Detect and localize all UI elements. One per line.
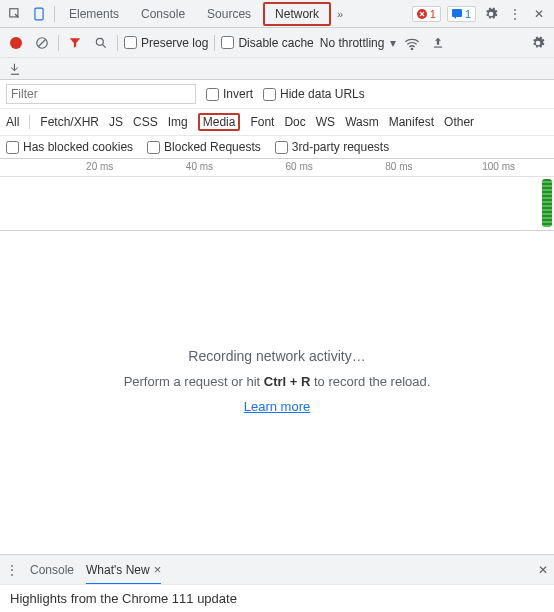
svg-line-8 xyxy=(103,44,106,47)
network-toolbar: Preserve log Disable cache No throttling… xyxy=(0,28,554,58)
svg-rect-11 xyxy=(11,73,19,74)
record-button[interactable] xyxy=(6,33,26,53)
blocked-cookies-label: Has blocked cookies xyxy=(23,140,133,154)
hint-pre: Perform a request or hit xyxy=(124,374,264,389)
svg-point-9 xyxy=(412,48,413,49)
filter-bar: Invert Hide data URLs xyxy=(0,80,554,109)
svg-line-6 xyxy=(39,39,46,46)
error-count: 1 xyxy=(430,8,436,20)
separator xyxy=(117,35,118,51)
ruler-tick: 80 ms xyxy=(385,161,412,172)
whatsnew-content: Highlights from the Chrome 111 update xyxy=(0,584,554,612)
type-js[interactable]: JS xyxy=(109,115,123,129)
overview-scrollbar[interactable] xyxy=(542,179,552,227)
close-icon[interactable]: ✕ xyxy=(528,3,550,25)
dropdown-icon[interactable]: ▾ xyxy=(390,36,396,50)
drawer-close-icon[interactable]: ✕ xyxy=(538,563,548,577)
filter-options: Has blocked cookies Blocked Requests 3rd… xyxy=(0,136,554,159)
hint-message: Perform a request or hit Ctrl + R to rec… xyxy=(124,374,431,389)
tab-console[interactable]: Console xyxy=(131,0,195,27)
wifi-icon[interactable] xyxy=(402,33,422,53)
invert-checkbox[interactable]: Invert xyxy=(206,87,253,101)
disable-cache-checkbox[interactable]: Disable cache xyxy=(221,36,313,50)
filter-icon[interactable] xyxy=(65,33,85,53)
type-css[interactable]: CSS xyxy=(133,115,158,129)
drawer-tab-whatsnew[interactable]: What's New × xyxy=(86,562,161,577)
hide-data-urls-checkbox[interactable]: Hide data URLs xyxy=(263,87,365,101)
separator xyxy=(29,115,30,129)
close-tab-icon[interactable]: × xyxy=(154,562,162,577)
upload-icon[interactable] xyxy=(428,33,448,53)
type-manifest[interactable]: Manifest xyxy=(389,115,434,129)
settings-icon[interactable] xyxy=(480,3,502,25)
message-count: 1 xyxy=(465,8,471,20)
tab-elements[interactable]: Elements xyxy=(59,0,129,27)
tab-sources[interactable]: Sources xyxy=(197,0,261,27)
svg-rect-10 xyxy=(434,46,442,47)
svg-rect-1 xyxy=(35,8,43,20)
settings-icon[interactable] xyxy=(528,33,548,53)
drawer-tab-console[interactable]: Console xyxy=(30,563,74,577)
learn-more-link[interactable]: Learn more xyxy=(244,399,310,414)
devtools-tabstrip: Elements Console Sources Network » 1 1 ⋮… xyxy=(0,0,554,28)
ruler-tick: 100 ms xyxy=(482,161,515,172)
type-ws[interactable]: WS xyxy=(316,115,335,129)
blocked-requests-checkbox[interactable]: Blocked Requests xyxy=(147,140,261,154)
search-icon[interactable] xyxy=(91,33,111,53)
tab-overflow-icon[interactable]: » xyxy=(333,8,347,20)
filter-input[interactable] xyxy=(6,84,196,104)
waterfall-overview[interactable] xyxy=(0,177,554,231)
third-party-checkbox[interactable]: 3rd-party requests xyxy=(275,140,389,154)
svg-rect-4 xyxy=(452,9,462,17)
inspect-icon[interactable] xyxy=(4,3,26,25)
empty-state: Recording network activity… Perform a re… xyxy=(0,231,554,531)
type-doc[interactable]: Doc xyxy=(284,115,305,129)
type-fetch-xhr[interactable]: Fetch/XHR xyxy=(40,115,99,129)
download-row xyxy=(0,58,554,80)
ruler-tick: 60 ms xyxy=(286,161,313,172)
drawer-tabstrip: ⋮ Console What's New × ✕ xyxy=(0,554,554,584)
type-font[interactable]: Font xyxy=(250,115,274,129)
clear-icon[interactable] xyxy=(32,33,52,53)
drawer-tab-label: What's New xyxy=(86,563,150,577)
hide-data-urls-label: Hide data URLs xyxy=(280,87,365,101)
svg-point-7 xyxy=(96,38,103,45)
type-other[interactable]: Other xyxy=(444,115,474,129)
resource-type-filter: All Fetch/XHR JS CSS Img Media Font Doc … xyxy=(0,109,554,136)
throttling-select[interactable]: No throttling xyxy=(320,36,385,50)
whatsnew-heading: Highlights from the Chrome 111 update xyxy=(10,591,237,606)
type-all[interactable]: All xyxy=(6,115,19,129)
message-badge[interactable]: 1 xyxy=(447,6,476,22)
separator xyxy=(58,35,59,51)
blocked-cookies-checkbox[interactable]: Has blocked cookies xyxy=(6,140,133,154)
type-media[interactable]: Media xyxy=(198,113,241,131)
preserve-log-checkbox[interactable]: Preserve log xyxy=(124,36,208,50)
ruler-tick: 20 ms xyxy=(86,161,113,172)
kebab-menu-icon[interactable]: ⋮ xyxy=(504,3,526,25)
invert-label: Invert xyxy=(223,87,253,101)
download-icon[interactable] xyxy=(8,62,22,76)
type-img[interactable]: Img xyxy=(168,115,188,129)
recording-message: Recording network activity… xyxy=(188,348,365,364)
device-toggle-icon[interactable] xyxy=(28,3,50,25)
timeline-ruler: 20 ms 40 ms 60 ms 80 ms 100 ms xyxy=(0,159,554,177)
error-badge[interactable]: 1 xyxy=(412,6,441,22)
drawer-menu-icon[interactable]: ⋮ xyxy=(6,563,18,577)
preserve-log-label: Preserve log xyxy=(141,36,208,50)
tab-network[interactable]: Network xyxy=(263,2,331,26)
third-party-label: 3rd-party requests xyxy=(292,140,389,154)
separator xyxy=(214,35,215,51)
hint-post: to record the reload. xyxy=(310,374,430,389)
ruler-tick: 40 ms xyxy=(186,161,213,172)
disable-cache-label: Disable cache xyxy=(238,36,313,50)
hint-key: Ctrl + R xyxy=(264,374,311,389)
blocked-requests-label: Blocked Requests xyxy=(164,140,261,154)
separator xyxy=(54,6,55,22)
type-wasm[interactable]: Wasm xyxy=(345,115,379,129)
